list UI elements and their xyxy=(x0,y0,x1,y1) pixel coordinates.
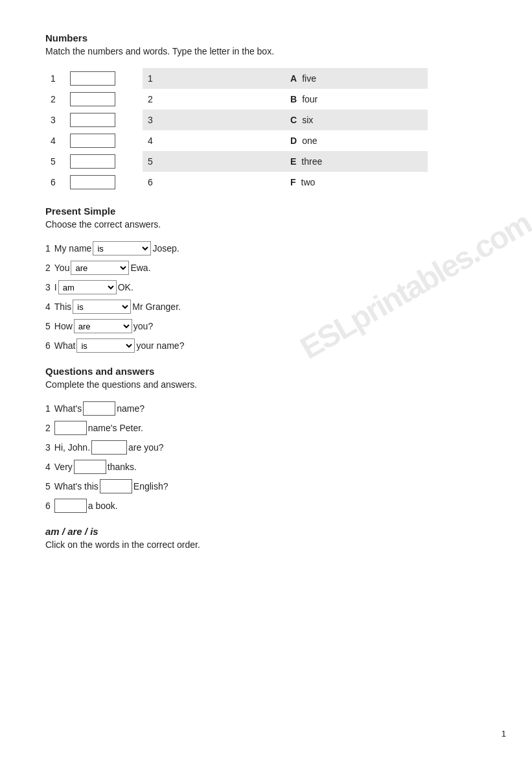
number-input-1[interactable] xyxy=(70,71,115,86)
qa-item-1: 1 What's name? xyxy=(45,401,487,416)
present-item-2: 2 You areisam Ewa. xyxy=(45,261,487,275)
digit-3: 3 xyxy=(143,110,285,130)
word-1: Afive xyxy=(285,68,428,89)
numbers-section: Numbers Match the numbers and words. Typ… xyxy=(45,32,487,193)
present-after-2: Ewa. xyxy=(130,263,150,273)
input-cell-1[interactable] xyxy=(65,68,143,89)
present-select-1[interactable]: isamare xyxy=(93,241,151,255)
number-input-5[interactable] xyxy=(70,154,115,169)
present-after-4: Mr Granger. xyxy=(132,302,181,312)
present-num-3: 3 xyxy=(45,282,51,292)
amis-section: am / are / is Click on the words in the … xyxy=(45,526,487,550)
row-num-5: 5 xyxy=(45,151,65,172)
qa-input-6[interactable] xyxy=(54,499,87,513)
present-select-5[interactable]: areisam xyxy=(74,319,132,333)
word-6: Ftwo xyxy=(285,172,428,193)
present-instruction: Choose the correct answers. xyxy=(45,219,487,230)
qa-text-6b: a book. xyxy=(88,501,118,511)
qa-num-1: 1 xyxy=(45,403,51,414)
qa-item-6: 6 a book. xyxy=(45,499,487,513)
numbers-instruction: Match the numbers and words. Type the le… xyxy=(45,46,487,56)
qa-item-4: 4 Very thanks. xyxy=(45,460,487,474)
present-items: 1 My name isamare Josep. 2 You areisam E… xyxy=(45,241,487,353)
present-item-3: 3 I amisare OK. xyxy=(45,280,487,294)
present-num-6: 6 xyxy=(45,340,51,351)
qa-section: Questions and answers Complete the quest… xyxy=(45,366,487,513)
word-3: Csix xyxy=(285,110,428,130)
qa-text-5a: What's this xyxy=(54,481,98,492)
present-num-4: 4 xyxy=(45,302,51,312)
digit-1: 1 xyxy=(143,68,285,89)
word-4: Done xyxy=(285,130,428,151)
digit-6: 6 xyxy=(143,172,285,193)
row-num-1: 1 xyxy=(45,68,65,89)
numbers-grid: 1 1 Afive 2 2 Bfour 3 3 Csix 4 4 Done 5 xyxy=(45,68,487,193)
qa-text-3a: Hi, John. xyxy=(54,442,90,453)
row-num-2: 2 xyxy=(45,89,65,110)
number-input-3[interactable] xyxy=(70,113,115,127)
present-before-4: This xyxy=(54,302,71,312)
row-num-4: 4 xyxy=(45,130,65,151)
present-select-3[interactable]: amisare xyxy=(58,280,117,294)
digit-4: 4 xyxy=(143,130,285,151)
qa-title: Questions and answers xyxy=(45,366,487,377)
row-num-6: 6 xyxy=(45,172,65,193)
present-after-6: your name? xyxy=(136,340,184,351)
present-select-6[interactable]: isamare xyxy=(76,338,135,353)
qa-text-5b: English? xyxy=(133,481,168,492)
qa-text-3b: are you? xyxy=(128,442,163,453)
qa-text-1a: What's xyxy=(54,403,82,414)
row-num-3: 3 xyxy=(45,110,65,130)
qa-text-4b: thanks. xyxy=(108,462,137,472)
qa-num-4: 4 xyxy=(45,462,51,472)
qa-input-4[interactable] xyxy=(74,460,106,474)
input-cell-3[interactable] xyxy=(65,110,143,130)
present-item-1: 1 My name isamare Josep. xyxy=(45,241,487,255)
word-2: Bfour xyxy=(285,89,428,110)
qa-num-6: 6 xyxy=(45,501,51,511)
input-cell-5[interactable] xyxy=(65,151,143,172)
present-after-1: Josep. xyxy=(152,243,179,254)
present-before-5: How xyxy=(54,321,73,331)
digit-2: 2 xyxy=(143,89,285,110)
present-section: Present Simple Choose the correct answer… xyxy=(45,206,487,353)
present-num-1: 1 xyxy=(45,243,51,254)
numbers-title: Numbers xyxy=(45,32,487,43)
qa-input-5[interactable] xyxy=(100,479,132,493)
qa-num-3: 3 xyxy=(45,442,51,453)
digit-5: 5 xyxy=(143,151,285,172)
number-input-2[interactable] xyxy=(70,92,115,106)
qa-items: 1 What's name? 2 name's Peter. 3 Hi, Joh… xyxy=(45,401,487,513)
present-before-6: What xyxy=(54,340,76,351)
present-before-2: You xyxy=(54,263,70,273)
number-input-4[interactable] xyxy=(70,134,115,148)
amis-title: am / are / is xyxy=(45,526,487,537)
input-cell-2[interactable] xyxy=(65,89,143,110)
present-select-2[interactable]: areisam xyxy=(71,261,129,275)
qa-instruction: Complete the questions and answers. xyxy=(45,379,487,390)
present-before-1: My name xyxy=(54,243,92,254)
qa-text-2b: name's Peter. xyxy=(88,423,143,433)
present-num-2: 2 xyxy=(45,263,51,273)
present-after-5: you? xyxy=(133,321,153,331)
qa-text-1b: name? xyxy=(117,403,145,414)
qa-input-2[interactable] xyxy=(54,421,87,435)
amis-instruction: Click on the words in the correct order. xyxy=(45,539,487,550)
present-item-5: 5 How areisam you? xyxy=(45,319,487,333)
number-input-6[interactable] xyxy=(70,175,115,189)
present-num-5: 5 xyxy=(45,321,51,331)
present-after-3: OK. xyxy=(118,282,133,292)
qa-num-5: 5 xyxy=(45,481,51,492)
qa-item-2: 2 name's Peter. xyxy=(45,421,487,435)
input-cell-6[interactable] xyxy=(65,172,143,193)
qa-num-2: 2 xyxy=(45,423,51,433)
input-cell-4[interactable] xyxy=(65,130,143,151)
qa-input-1[interactable] xyxy=(83,401,115,416)
word-5: Ethree xyxy=(285,151,428,172)
qa-text-4a: Very xyxy=(54,462,73,472)
qa-item-5: 5 What's this English? xyxy=(45,479,487,493)
qa-input-3[interactable] xyxy=(91,440,127,455)
present-select-4[interactable]: isamare xyxy=(73,300,131,314)
present-title: Present Simple xyxy=(45,206,487,217)
qa-item-3: 3 Hi, John. are you? xyxy=(45,440,487,455)
